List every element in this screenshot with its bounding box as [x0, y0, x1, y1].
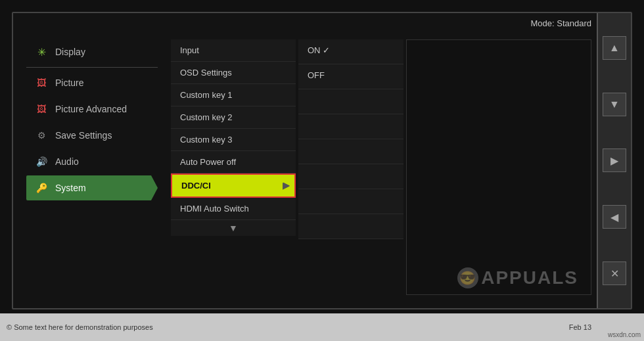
- menu-more-indicator[interactable]: ▼: [171, 220, 296, 236]
- sidebar-label-picture-advanced: Picture Advanced: [55, 104, 127, 114]
- value-custom1: [298, 89, 403, 114]
- osd-container: Mode: Standard ✳ Display 🖼 Picture 🖼 Pic…: [12, 12, 632, 309]
- sidebar-label-audio: Audio: [55, 156, 79, 167]
- scroll-left-button[interactable]: ◀: [603, 205, 626, 229]
- menu-item-osd-settings[interactable]: OSD Settings: [171, 62, 296, 84]
- menu-item-custom-key-1[interactable]: Custom key 1: [171, 84, 296, 106]
- picture-advanced-icon: 🖼: [34, 102, 49, 116]
- value-ddc: [298, 189, 403, 214]
- value-custom3: [298, 139, 403, 164]
- value-input: ON ✓: [298, 39, 403, 64]
- save-settings-icon: ⚙: [34, 128, 49, 143]
- screen: Mode: Standard ✳ Display 🖼 Picture 🖼 Pic…: [0, 0, 644, 341]
- value-auto-power: [298, 164, 403, 189]
- system-icon: 🔑: [34, 181, 49, 195]
- display-icon: ✳: [34, 45, 49, 59]
- audio-icon: 🔊: [34, 154, 49, 169]
- value-hdmi: [298, 214, 403, 239]
- sidebar-item-picture-advanced[interactable]: 🖼 Picture Advanced: [26, 97, 158, 122]
- close-button[interactable]: ✕: [603, 261, 626, 285]
- sidebar-item-audio[interactable]: 🔊 Audio: [26, 149, 158, 174]
- sidebar-label-system: System: [55, 183, 86, 193]
- sidebar-item-save-settings[interactable]: ⚙ Save Settings: [26, 123, 158, 148]
- bottom-date: Feb 13: [569, 323, 591, 331]
- menu-column: Input OSD Settings Custom key 1 Custom k…: [171, 39, 296, 236]
- menu-item-ddc-ci[interactable]: DDC/CI ▶: [171, 173, 296, 198]
- detail-column: [406, 39, 591, 295]
- value-column: ON ✓ OFF: [298, 39, 403, 239]
- sidebar: ✳ Display 🖼 Picture 🖼 Picture Advanced ⚙…: [26, 39, 158, 200]
- value-custom2: [298, 114, 403, 139]
- sidebar-item-system[interactable]: 🔑 System: [26, 175, 158, 200]
- value-osd: OFF: [298, 64, 403, 89]
- menu-item-custom-key-3[interactable]: Custom key 3: [171, 129, 296, 151]
- sidebar-divider: [26, 67, 158, 68]
- menu-item-hdmi-auto-switch[interactable]: HDMI Auto Switch: [171, 198, 296, 220]
- scroll-right-button[interactable]: ▶: [603, 148, 626, 172]
- picture-icon: 🖼: [34, 76, 49, 90]
- bottom-text: © Some text here for demonstration purpo…: [7, 323, 153, 331]
- menu-item-input[interactable]: Input: [171, 39, 296, 62]
- sidebar-label-save-settings: Save Settings: [55, 130, 112, 141]
- menu-item-auto-power-off[interactable]: Auto Power off: [171, 151, 296, 173]
- menu-item-custom-key-2[interactable]: Custom key 2: [171, 106, 296, 129]
- sidebar-item-display[interactable]: ✳ Display: [26, 39, 158, 64]
- right-scroll-panel: ▲ ▼ ▶ ◀ ✕: [597, 13, 631, 308]
- scroll-up-button[interactable]: ▲: [603, 36, 626, 60]
- scroll-down-button[interactable]: ▼: [603, 93, 626, 116]
- sidebar-label-display: Display: [55, 47, 85, 57]
- bottom-bar: © Some text here for demonstration purpo…: [0, 313, 644, 341]
- wsxdn-watermark: wsxdn.com: [608, 331, 641, 338]
- selected-arrow-icon: ▶: [283, 181, 289, 190]
- mode-label: Mode: Standard: [530, 18, 591, 28]
- sidebar-item-picture[interactable]: 🖼 Picture: [26, 70, 158, 95]
- sidebar-label-picture: Picture: [55, 78, 84, 88]
